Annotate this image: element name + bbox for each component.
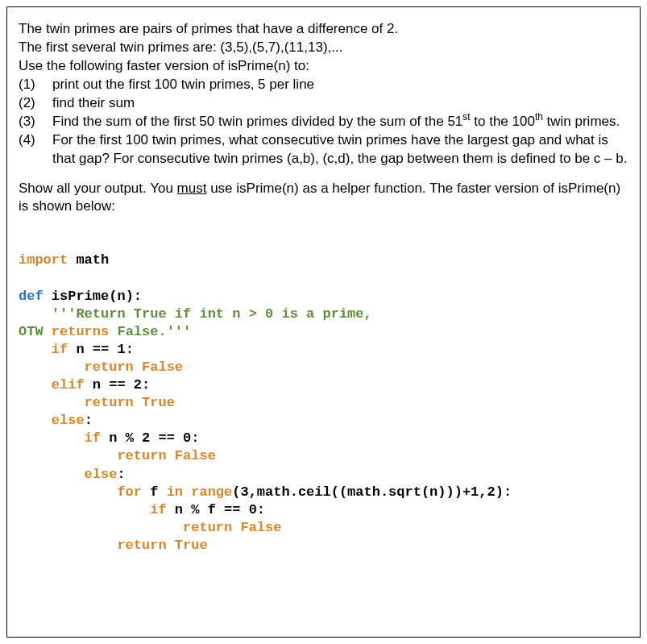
code-if2: if [19,430,101,446]
code-ret2: return [19,395,134,410]
code-import-kw: import [19,252,68,268]
code-doc2: False.''' [109,324,191,339]
code-block: import math def isPrime(n): '''Return Tr… [19,251,628,555]
code-else1: else [19,413,85,428]
code-false1: False [134,359,183,375]
list-num-1: (1) [19,76,52,94]
code-if3: if [19,502,167,517]
code-doc-open: ''' [19,306,76,322]
code-func-sig: isPrime(n): [44,289,142,304]
code-ret1: return [19,359,134,375]
code-doc1: Return True if int n > 0 is a prime, [76,306,371,322]
code-cond3: n % 2 == 0: [101,430,199,446]
list-item-4: (4) For the first 100 twin primes, what … [19,131,628,168]
code-sp1 [183,484,191,500]
code-for-var: f [142,484,167,500]
code-range: range [191,484,232,500]
intro-line-2: The first several twin primes are: (3,5)… [19,39,628,57]
list-item-1: (1) print out the first 100 twin primes,… [19,76,628,94]
intro-line-1: The twin primes are pairs of primes that… [19,20,628,39]
list-text-2: find their sum [52,94,628,113]
code-cond2: n == 2: [85,377,151,393]
code-true1: True [134,395,175,410]
instructions-block: Show all your output. You must use isPri… [19,180,628,217]
code-range-args: (3,math.ceil((math.sqrt(n)))+1,2): [232,484,512,500]
code-cond4: n % f == 0: [167,502,265,517]
document-container: The twin primes are pairs of primes that… [6,6,641,638]
code-math: math [68,252,109,268]
list-num-2: (2) [19,94,52,113]
code-returns: returns [52,324,109,339]
code-false2: False [167,448,216,463]
code-colon2: : [117,467,125,482]
list-num-4: (4) [19,131,52,168]
code-else2: else [19,467,117,482]
code-true2: True [167,538,208,553]
code-elif: elif [19,377,85,393]
code-def-kw: def [19,289,44,304]
list-text-1: print out the first 100 twin primes, 5 p… [52,76,628,94]
instr-underlined: must [177,181,207,196]
list-text-4: For the first 100 twin primes, what cons… [52,131,628,168]
list-num-3: (3) [19,113,52,131]
code-ret3: return [19,448,167,463]
intro-line-3: Use the following faster version of isPr… [19,57,628,76]
code-if1: if [19,342,68,357]
code-ret4: return [19,520,232,535]
code-in: in [167,484,183,500]
code-false3: False [232,520,281,535]
code-for: for [19,484,142,500]
code-colon1: : [85,413,93,428]
list-text-3: Find the sum of the first 50 twin primes… [52,113,628,131]
instr-before: Show all your output. You [19,181,177,196]
code-cond1: n == 1: [68,342,134,357]
list-item-3: (3) Find the sum of the first 50 twin pr… [19,113,628,131]
list-item-2: (2) find their sum [19,94,628,113]
code-otw: OTW [19,324,52,339]
code-ret5: return [19,538,167,553]
